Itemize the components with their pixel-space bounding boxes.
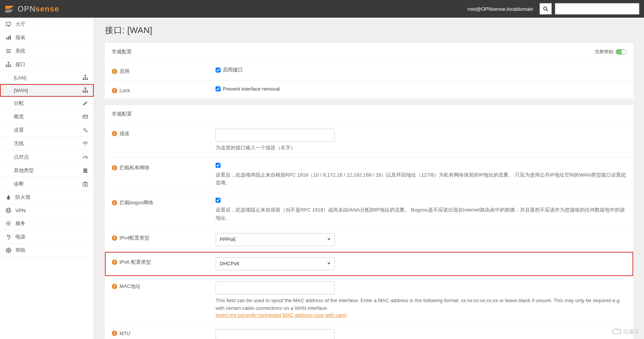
search-button[interactable]	[539, 3, 552, 15]
sidebar-item-assignments[interactable]: 分配	[0, 97, 94, 110]
sidebar: 大厅 报表 系统 接口 [LAN] [WAN] 分配 概览 设置 无线 点对点 …	[0, 18, 94, 339]
sidebar-item-ptp[interactable]: 点对点	[0, 150, 94, 164]
row-description: i描述 为这里的接口输入一个描述（名字）	[105, 123, 633, 157]
main-content: 接口: [WAN] 常规配置 完整帮助 i启用 启用接口 iLock Preve…	[94, 18, 644, 339]
field-label: 描述	[120, 130, 129, 137]
sitemap-icon	[82, 87, 88, 93]
sidebar-item-label: 概览	[14, 113, 24, 120]
gear-icon	[5, 220, 12, 227]
plug-icon	[5, 234, 12, 240]
row-block-bogon: i拦截bogon网络 设置后，此选项阻止来自保留（但不是RFC 1918）或尚未…	[105, 192, 633, 227]
info-icon[interactable]: i	[112, 88, 117, 93]
sidebar-item-label: 帮助	[15, 247, 25, 254]
sidebar-item-label: [LAN]	[14, 75, 27, 81]
sidebar-item-overview[interactable]: 概览	[0, 110, 94, 124]
sidebar-item-label: 服务	[15, 220, 25, 227]
sitemap-icon	[5, 61, 12, 68]
sidebar-item-settings[interactable]: 设置	[0, 124, 94, 137]
lock-checkbox[interactable]	[216, 86, 221, 91]
gauge-icon	[82, 154, 88, 160]
top-bar: OPNsense root@OPNsense.localdomain	[0, 0, 644, 18]
sidebar-item-firewall[interactable]: 防火墙	[0, 191, 94, 204]
sidebar-item-label: 分配	[14, 100, 24, 107]
cogs-icon	[82, 127, 88, 133]
info-icon[interactable]: i	[112, 165, 117, 170]
sidebar-item-diagnostics[interactable]: 诊断	[0, 177, 94, 191]
sidebar-item-wireless[interactable]: 无线	[0, 137, 94, 150]
sidebar-item-label: 接口	[15, 61, 25, 68]
watermark-text: 亿速云	[623, 328, 639, 335]
help-text: This field can be used to spoof the MAC …	[216, 297, 626, 312]
search-input[interactable]	[555, 3, 639, 15]
card-icon	[82, 114, 88, 120]
select-value: DHCPv6	[220, 261, 239, 266]
logo-mark-icon	[5, 4, 15, 13]
sidebar-item-system[interactable]: 系统	[0, 45, 94, 58]
sidebar-item-reports[interactable]: 报表	[0, 31, 94, 45]
enable-checkbox-line[interactable]: 启用接口	[216, 66, 626, 73]
info-icon[interactable]: i	[112, 69, 117, 74]
full-help-toggle[interactable]	[616, 49, 626, 55]
pencil-icon	[82, 100, 88, 106]
sidebar-item-label: 诊断	[14, 180, 24, 187]
lock-checkbox-line[interactable]: Prevent interface removal	[216, 86, 626, 92]
info-icon[interactable]: i	[112, 200, 117, 205]
cloud-icon	[611, 328, 622, 335]
sidebar-item-vpn[interactable]: VPN	[0, 204, 94, 217]
user-label[interactable]: root@OPNsense.localdomain	[468, 6, 536, 12]
ipv4-type-select[interactable]: PPPoE	[216, 233, 335, 246]
chart-icon	[5, 35, 12, 41]
row-mtu: iMTU Calculated PPP MTU: 1492	[105, 324, 633, 339]
sidebar-item-label: VPN	[15, 208, 26, 213]
sidebar-item-help[interactable]: 帮助	[0, 244, 94, 257]
field-label: IPv4配置类型	[120, 235, 149, 241]
search-icon	[543, 6, 549, 12]
description-input[interactable]	[216, 129, 335, 142]
logo[interactable]: OPNsense	[5, 4, 59, 13]
watermark: 亿速云	[611, 328, 639, 335]
panel-title: 常规配置	[112, 111, 132, 117]
list-icon	[5, 48, 12, 54]
panel-title: 常规配置	[112, 48, 132, 55]
info-icon[interactable]: i	[112, 235, 117, 241]
checkbox-label: 启用接口	[223, 66, 243, 73]
sidebar-item-services[interactable]: 服务	[0, 217, 94, 230]
sidebar-item-label: 防火墙	[15, 194, 30, 201]
full-help-label: 完整帮助	[595, 49, 613, 55]
field-label: 启用	[120, 68, 129, 75]
row-block-private: i拦截私有网络 设置后，此选项将阻止来自根据RFC 1918（10 / 8,17…	[105, 157, 633, 192]
chevron-down-icon	[327, 238, 330, 240]
mtu-input[interactable]	[216, 329, 335, 339]
block-bogon-checkbox[interactable]	[216, 198, 221, 203]
sidebar-item-interfaces[interactable]: 接口	[0, 58, 94, 71]
sidebar-item-lobby[interactable]: 大厅	[0, 18, 94, 31]
chevron-down-icon	[327, 263, 330, 265]
enable-checkbox[interactable]	[216, 68, 221, 73]
mac-input[interactable]	[216, 281, 335, 294]
sidebar-item-label: 无线	[14, 140, 24, 147]
info-icon[interactable]: i	[112, 284, 117, 289]
info-icon[interactable]: i	[112, 331, 117, 336]
panel-general-2: 常规配置 i描述 为这里的接口输入一个描述（名字） i拦截私有网络 设置后，此选…	[105, 105, 633, 339]
mac-insert-link[interactable]: Insert my currently connected MAC addres…	[216, 312, 347, 318]
sidebar-item-lan[interactable]: [LAN]	[0, 71, 94, 84]
sidebar-item-other-types[interactable]: 其他类型	[0, 164, 94, 177]
ipv6-type-select[interactable]: DHCPv6	[216, 257, 335, 270]
field-label: Lock	[120, 88, 130, 93]
sidebar-item-label: 报表	[15, 34, 25, 41]
panel-header: 常规配置 完整帮助	[105, 43, 633, 61]
row-ipv4-type: iIPv4配置类型 PPPoE	[105, 228, 633, 252]
block-private-checkbox[interactable]	[216, 163, 221, 168]
info-icon[interactable]: i	[112, 131, 117, 136]
row-lock: iLock Prevent interface removal	[105, 81, 633, 99]
checkbox-label: Prevent interface removal	[223, 86, 280, 92]
sidebar-item-power[interactable]: 电源	[0, 230, 94, 244]
panel-header: 常规配置	[105, 105, 633, 123]
page-title: 接口: [WAN]	[105, 25, 633, 36]
sidebar-item-wan[interactable]: [WAN]	[0, 84, 94, 97]
sidebar-item-label: 电源	[15, 233, 25, 240]
stack-icon	[82, 167, 88, 174]
sitemap-icon	[82, 74, 88, 81]
info-icon[interactable]: i	[112, 260, 117, 265]
help-text: 设置后，此选项阻止来自保留（但不是RFC 1918）或尚未由IANA分配的IP地…	[216, 206, 626, 222]
